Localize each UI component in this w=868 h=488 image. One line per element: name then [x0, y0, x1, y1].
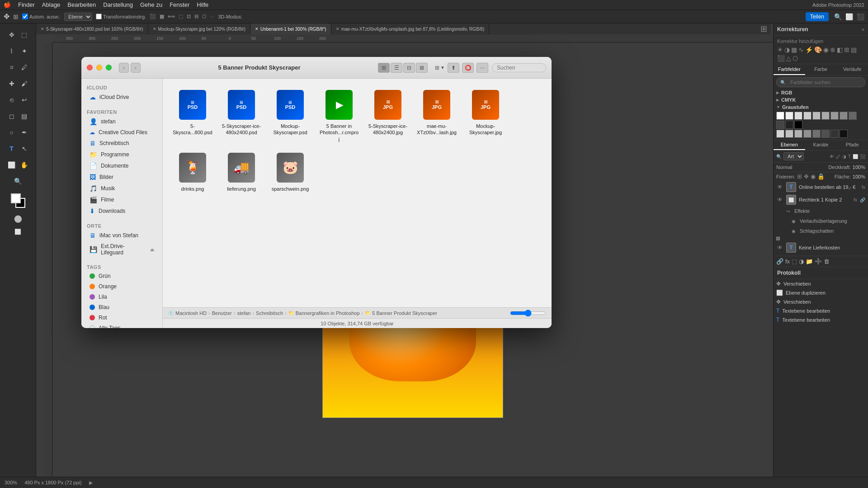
hilfe-menu[interactable]: Hilfe — [197, 1, 208, 8]
finder-forward-button[interactable]: › — [131, 63, 141, 73]
breadcrumb-current[interactable]: 📁 5 Banner Produkt Skyscraper — [365, 310, 437, 316]
tab-mae-mu[interactable]: ✕ mae-mu-XTztXbv6gMs-unsplash.jpg bei 87… — [331, 23, 490, 34]
foreground-color[interactable] — [11, 193, 21, 203]
zoom-tool[interactable]: 🔍 — [12, 175, 24, 187]
history-brush-tool[interactable]: ↩ — [19, 94, 30, 106]
workspace-icon[interactable]: ⬛ — [857, 13, 864, 20]
korrektur-curves-icon[interactable]: ∿ — [798, 46, 804, 53]
layers-link-btn[interactable]: 🔗 — [776, 258, 783, 265]
move-tool[interactable]: ✥ — [6, 29, 18, 41]
gray-swatch-r2-6[interactable] — [821, 130, 830, 138]
layers-group-btn[interactable]: 📁 — [806, 258, 813, 265]
layers-fx-btn[interactable]: fx — [785, 258, 790, 265]
hand-tool[interactable]: ✋ — [19, 159, 30, 171]
protokoll-verschieben-2[interactable]: ✥ Verschieben — [774, 297, 868, 306]
sidebar-tag-blau[interactable]: Blau — [84, 302, 160, 312]
search-icon[interactable]: 🔍 — [834, 13, 842, 20]
gray-swatch-white[interactable] — [776, 112, 784, 120]
gray-swatch-7[interactable] — [840, 112, 848, 120]
fixieren-all-icon[interactable]: 🔒 — [817, 173, 825, 180]
autom-checkbox[interactable] — [22, 14, 28, 19]
layer-keine-lieferkosten[interactable]: 👁 T Keine Lieferkosten — [774, 241, 868, 254]
crop-tool[interactable]: ⌗ — [6, 61, 18, 73]
tab-kanaele[interactable]: Kanäle — [805, 140, 837, 150]
panel-arrange-icon[interactable]: ⬜ — [845, 13, 853, 20]
file-cmproj[interactable]: ▶ 5 Banner in Photosh...r.cmproj — [316, 86, 362, 145]
pen-tool[interactable]: ✒ — [19, 127, 30, 138]
sidebar-schreibtisch[interactable]: 🖥 Schreibtisch — [84, 138, 160, 149]
korrektur-gradient-icon[interactable]: ▤ — [851, 46, 857, 53]
protokoll-textebene-1[interactable]: T Textebene bearbeiten — [774, 306, 868, 315]
gray-swatch-black[interactable] — [794, 121, 802, 129]
korrektur-levels-icon[interactable]: ▦ — [791, 46, 797, 53]
eject-icon[interactable]: ⏏ — [150, 247, 154, 252]
new-doc-icon[interactable]: ⊞ — [13, 13, 19, 20]
layer-vis-schatten[interactable]: ◉ — [790, 227, 797, 235]
file-skyscraper-ice-2400-jpg[interactable]: 🖼 JPG 5-Skyscraper-ice-480x2400.jpg — [365, 86, 410, 145]
gray-swatch-r2-2[interactable] — [785, 130, 793, 138]
move-tool-icon[interactable]: ✥ — [4, 12, 9, 21]
graustufen-collapse[interactable]: ▼ Graustufen — [776, 104, 865, 110]
file-mae-mu-jpg[interactable]: 🖼 JPG mae-mu-XTztXbv...lash.jpg — [414, 86, 459, 145]
sidebar-dokumente[interactable]: 📄 Dokumente — [84, 160, 160, 171]
marquee-tool[interactable]: ⬚ — [19, 29, 30, 41]
sidebar-bilder[interactable]: 🖼 Bilder — [84, 172, 160, 183]
protokoll-verschieben-1[interactable]: ✥ Verschieben — [774, 279, 868, 288]
view-icon-btn[interactable]: ⊞ — [378, 63, 390, 73]
korrektur-posterize-icon[interactable]: ⬛ — [777, 55, 785, 62]
layer-online-bestellen[interactable]: 👁 T Online bestellen ab 19,- € fx — [774, 181, 868, 193]
ablage-menu[interactable]: Ablage — [42, 1, 60, 8]
korrektur-hue-icon[interactable]: 🎨 — [814, 46, 822, 53]
layer-vis-2[interactable]: 👁 — [776, 196, 783, 203]
fixieren-move-icon[interactable]: ✥ — [804, 173, 809, 180]
finder-more-btn[interactable]: ··· — [476, 63, 488, 73]
file-mockup-jpg[interactable]: 🖼 JPG Mockup-Skyscraper.jpg — [463, 86, 508, 145]
korrektur-invert-icon[interactable]: ⬡ — [793, 55, 798, 62]
layers-adj-btn[interactable]: ◑ — [799, 258, 804, 265]
layers-type-select[interactable]: Art — [783, 152, 804, 160]
statusbar-expand-icon[interactable]: ▶ — [89, 480, 93, 486]
apple-menu[interactable]: 🍎 — [4, 1, 11, 8]
sidebar-tag-rot[interactable]: Rot — [84, 313, 160, 323]
korrektur-exposure-icon[interactable]: ⚡ — [805, 46, 813, 53]
icon-size-slider[interactable] — [510, 310, 546, 317]
cmyk-collapse[interactable]: ▶ CMYK — [776, 97, 865, 103]
minimize-button[interactable] — [96, 65, 102, 70]
layers-mask-btn[interactable]: ⬚ — [792, 258, 797, 265]
tab-close-4[interactable]: ✕ — [336, 27, 340, 31]
tab-farbfelder[interactable]: Farbfelder — [774, 64, 805, 75]
layer-rechteck[interactable]: 👁 ⬜ Rechteck 1 Kopie 2 fx 🔗 — [774, 193, 868, 206]
file-sparschwein-png[interactable]: 🐷 sparschwein.png — [268, 149, 313, 195]
gehe-zu-menu[interactable]: Gehe zu — [140, 1, 162, 8]
ebene-select[interactable]: Ebene — [64, 13, 92, 21]
layers-eye-icon[interactable]: 👁 — [830, 154, 834, 159]
eraser-tool[interactable]: ◻ — [6, 110, 18, 122]
sidebar-filme[interactable]: 🎬 Filme — [84, 194, 160, 205]
layer-schlagschatten[interactable]: ◉ Schlagschatten — [774, 226, 868, 236]
korrektur-bw-icon[interactable]: ◧ — [837, 46, 843, 53]
sidebar-downloads[interactable]: ⬇ Downloads — [84, 206, 160, 216]
view-gallery-btn[interactable]: ⊠ — [416, 63, 428, 73]
finder-menu[interactable]: Finder — [18, 1, 35, 8]
layer-vis-effekte[interactable]: ↪ — [784, 207, 792, 215]
healing-tool[interactable]: ✚ — [6, 78, 18, 89]
finder-back-button[interactable]: ‹ — [119, 63, 129, 73]
view-column-btn[interactable]: ⊟ — [403, 63, 415, 73]
finder-sort-btn[interactable]: ⊞ ▼ — [435, 65, 445, 71]
gray-swatch-r2-5[interactable] — [812, 130, 821, 138]
dodge-tool[interactable]: ○ — [6, 127, 18, 138]
breadcrumb-stefan[interactable]: stefan — [237, 310, 250, 316]
gray-swatch-8[interactable] — [849, 112, 857, 120]
foreground-background-colors[interactable] — [11, 193, 25, 208]
tab-close-1[interactable]: ✕ — [41, 27, 44, 31]
brush-tool[interactable]: 🖌 — [19, 78, 30, 89]
korrektur-contrast-icon[interactable]: ◑ — [784, 46, 790, 53]
gradient-tool[interactable]: ▤ — [19, 110, 30, 122]
text-tool[interactable]: T — [6, 143, 18, 155]
layers-text-icon[interactable]: T — [848, 154, 851, 159]
shape-tool[interactable]: ⬜ — [6, 159, 18, 171]
tab-ebenen[interactable]: Ebenen — [774, 140, 805, 150]
layer-vis-1[interactable]: 👁 — [776, 183, 783, 191]
gray-swatch-6[interactable] — [830, 112, 839, 120]
breadcrumb-macintosh[interactable]: 💿 Macintosh HD — [168, 310, 207, 316]
